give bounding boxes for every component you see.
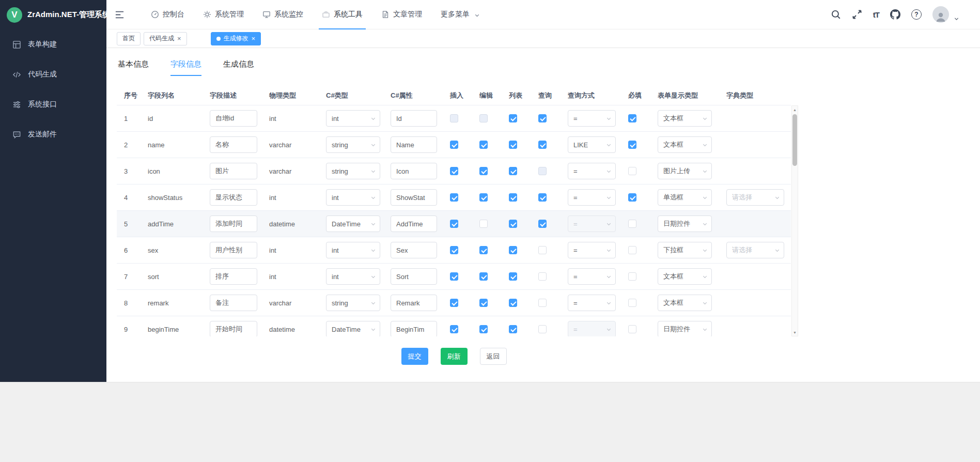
chevron-down-icon[interactable] bbox=[954, 16, 959, 22]
insert-checkbox[interactable] bbox=[450, 299, 458, 307]
description-input[interactable] bbox=[210, 215, 257, 232]
description-input[interactable] bbox=[210, 110, 257, 127]
github-icon[interactable] bbox=[890, 9, 900, 20]
query-checkbox[interactable] bbox=[538, 325, 547, 333]
csharp-type-select[interactable]: int bbox=[326, 189, 380, 206]
edit-checkbox[interactable] bbox=[479, 325, 488, 333]
csharp-property-input[interactable] bbox=[391, 189, 437, 206]
csharp-type-select[interactable]: DateTime bbox=[326, 321, 380, 336]
edit-checkbox[interactable] bbox=[479, 193, 488, 202]
required-checkbox[interactable] bbox=[628, 220, 636, 228]
list-checkbox[interactable] bbox=[509, 325, 517, 333]
csharp-property-input[interactable] bbox=[391, 110, 437, 127]
nav-item-system-manage[interactable]: 系统管理 bbox=[203, 0, 244, 29]
csharp-type-select[interactable]: string bbox=[326, 163, 380, 179]
edit-checkbox[interactable] bbox=[479, 246, 488, 254]
list-checkbox[interactable] bbox=[509, 193, 517, 202]
query-type-select[interactable]: LIKE bbox=[568, 136, 616, 153]
dict-type-select[interactable]: 请选择 bbox=[726, 189, 784, 206]
query-checkbox[interactable] bbox=[538, 193, 547, 202]
display-type-select[interactable]: 图片上传 bbox=[658, 163, 712, 179]
display-type-select[interactable]: 文本框 bbox=[658, 295, 712, 311]
query-checkbox[interactable] bbox=[538, 246, 547, 254]
edit-checkbox[interactable] bbox=[479, 272, 488, 281]
sidebar-item-send-mail[interactable]: 发送邮件 bbox=[0, 119, 106, 149]
insert-checkbox[interactable] bbox=[450, 167, 458, 175]
insert-checkbox[interactable] bbox=[450, 193, 458, 202]
csharp-property-input[interactable] bbox=[391, 163, 437, 179]
list-checkbox[interactable] bbox=[509, 167, 517, 175]
required-checkbox[interactable] bbox=[628, 167, 636, 175]
insert-checkbox[interactable] bbox=[450, 246, 458, 254]
display-type-select[interactable]: 文本框 bbox=[658, 268, 712, 285]
nav-item-system-monitor[interactable]: 系统监控 bbox=[262, 0, 303, 29]
back-button[interactable]: 返回 bbox=[480, 348, 507, 365]
query-type-select[interactable]: = bbox=[568, 268, 616, 285]
query-type-select[interactable]: = bbox=[568, 295, 616, 311]
query-type-select[interactable]: = bbox=[568, 242, 616, 258]
tab-generate-info[interactable]: 生成信息 bbox=[223, 59, 254, 76]
csharp-type-select[interactable]: int bbox=[326, 242, 380, 258]
query-checkbox[interactable] bbox=[538, 114, 547, 122]
description-input[interactable] bbox=[210, 295, 257, 311]
list-checkbox[interactable] bbox=[509, 272, 517, 281]
font-size-icon[interactable]: tT bbox=[873, 10, 879, 19]
required-checkbox[interactable] bbox=[628, 325, 636, 333]
edit-checkbox[interactable] bbox=[479, 299, 488, 307]
description-input[interactable] bbox=[210, 163, 257, 179]
display-type-select[interactable]: 文本框 bbox=[658, 136, 712, 153]
csharp-property-input[interactable] bbox=[391, 136, 437, 153]
sidebar-item-code-gen[interactable]: 代码生成 bbox=[0, 59, 106, 89]
list-checkbox[interactable] bbox=[509, 246, 517, 254]
description-input[interactable] bbox=[210, 242, 257, 258]
csharp-property-input[interactable] bbox=[391, 321, 437, 336]
display-type-select[interactable]: 日期控件 bbox=[658, 215, 712, 232]
nav-item-console[interactable]: 控制台 bbox=[151, 0, 184, 29]
query-checkbox[interactable] bbox=[538, 220, 547, 228]
insert-checkbox[interactable] bbox=[450, 272, 458, 281]
fullscreen-icon[interactable] bbox=[852, 9, 862, 20]
query-checkbox[interactable] bbox=[538, 272, 547, 281]
avatar[interactable] bbox=[932, 6, 949, 23]
description-input[interactable] bbox=[210, 189, 257, 206]
tag-home[interactable]: 首页 bbox=[117, 32, 141, 45]
insert-checkbox[interactable] bbox=[450, 325, 458, 333]
edit-checkbox[interactable] bbox=[479, 220, 488, 228]
tag-code-generation[interactable]: 代码生成 × bbox=[144, 32, 187, 45]
csharp-property-input[interactable] bbox=[391, 215, 437, 232]
nav-item-article-manage[interactable]: 文章管理 bbox=[381, 0, 422, 29]
list-checkbox[interactable] bbox=[509, 114, 517, 122]
csharp-type-select[interactable]: int bbox=[326, 110, 380, 127]
description-input[interactable] bbox=[210, 268, 257, 285]
description-input[interactable] bbox=[210, 136, 257, 153]
edit-checkbox[interactable] bbox=[479, 141, 488, 149]
display-type-select[interactable]: 日期控件 bbox=[658, 321, 712, 336]
close-icon[interactable]: × bbox=[252, 35, 256, 42]
list-checkbox[interactable] bbox=[509, 299, 517, 307]
edit-checkbox[interactable] bbox=[479, 167, 488, 175]
csharp-type-select[interactable]: string bbox=[326, 136, 380, 153]
csharp-property-input[interactable] bbox=[391, 268, 437, 285]
close-icon[interactable]: × bbox=[177, 35, 181, 42]
csharp-type-select[interactable]: DateTime bbox=[326, 215, 380, 232]
list-checkbox[interactable] bbox=[509, 141, 517, 149]
sidebar-item-system-api[interactable]: 系统接口 bbox=[0, 89, 106, 119]
required-checkbox[interactable] bbox=[628, 246, 636, 254]
required-checkbox[interactable] bbox=[628, 299, 636, 307]
nav-item-more-menu[interactable]: 更多菜单 bbox=[441, 0, 480, 29]
help-icon[interactable]: ? bbox=[911, 9, 922, 20]
tab-basic-info[interactable]: 基本信息 bbox=[118, 59, 149, 76]
required-checkbox[interactable] bbox=[628, 272, 636, 281]
refresh-button[interactable]: 刷新 bbox=[441, 348, 468, 365]
display-type-select[interactable]: 文本框 bbox=[658, 110, 712, 127]
required-checkbox[interactable] bbox=[628, 114, 636, 122]
vertical-scrollbar[interactable]: ▲ ▼ bbox=[791, 105, 798, 336]
csharp-type-select[interactable]: string bbox=[326, 295, 380, 311]
scroll-up-icon[interactable]: ▲ bbox=[791, 106, 798, 113]
query-type-select[interactable]: = bbox=[568, 110, 616, 127]
tag-generate-edit[interactable]: 生成修改 × bbox=[211, 32, 261, 45]
csharp-type-select[interactable]: int bbox=[326, 268, 380, 285]
display-type-select[interactable]: 下拉框 bbox=[658, 242, 712, 258]
description-input[interactable] bbox=[210, 321, 257, 336]
search-icon[interactable] bbox=[831, 9, 841, 20]
